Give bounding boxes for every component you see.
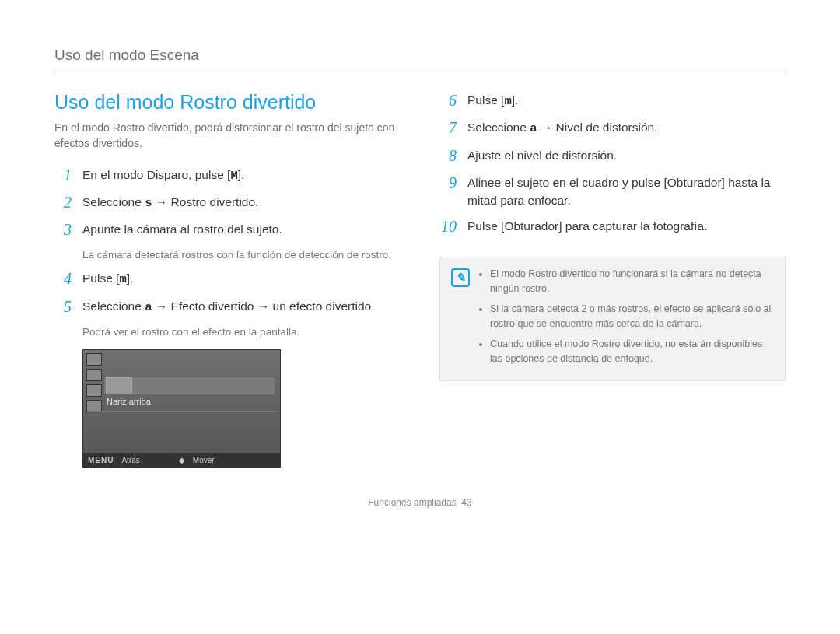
- breadcrumb: Uso del modo Escena: [54, 47, 786, 72]
- screen-side-icons: [86, 353, 102, 412]
- step-1: 1 En el modo Disparo, pulse [M].: [54, 166, 401, 185]
- step-body: Ajuste el nivel de distorsión.: [467, 146, 786, 166]
- step-number: 2: [54, 193, 72, 212]
- note-list: El modo Rostro divertido no funcionará s…: [479, 267, 774, 371]
- step-text: En el modo Disparo, pulse [: [82, 168, 230, 181]
- step-5: 5 Seleccione a → Efecto divertido → un e…: [54, 297, 401, 317]
- mode-icon: M: [230, 167, 237, 185]
- face-mode-icon: [86, 353, 102, 366]
- step-4: 4 Pulse [m].: [54, 269, 401, 289]
- page-footer: Funciones ampliadas 43: [54, 497, 786, 508]
- effect-thumb: [106, 377, 132, 394]
- step-number: 7: [439, 118, 457, 138]
- step-number: 4: [54, 269, 72, 289]
- step-number: 9: [439, 173, 457, 210]
- step-body: Pulse [Obturador] para capturar la fotog…: [467, 217, 786, 236]
- step-7: 7 Seleccione a → Nivel de distorsión.: [439, 118, 786, 138]
- menu-icon: m: [119, 271, 126, 289]
- step-number: 8: [439, 146, 457, 166]
- step-text: Seleccione: [467, 121, 530, 134]
- step-text: Seleccione: [82, 299, 145, 313]
- step-body: Seleccione s → Rostro divertido.: [82, 193, 401, 212]
- step-text-after: ].: [127, 271, 134, 285]
- step-number: 5: [54, 297, 72, 317]
- step-body: Seleccione a → Efecto divertido → un efe…: [82, 297, 401, 317]
- step-text: Seleccione: [82, 195, 145, 208]
- left-step-list: 1 En el modo Disparo, pulse [M]. 2 Selec…: [54, 166, 401, 240]
- step-3: 3 Apunte la cámara al rostro del sujeto.: [54, 220, 401, 240]
- step-text-after: → Efecto divertido → un efecto divertido…: [152, 299, 374, 313]
- step-8: 8 Ajuste el nivel de distorsión.: [439, 146, 786, 166]
- step-number: 6: [439, 91, 457, 110]
- step-number: 1: [54, 166, 72, 185]
- intro-text: En el modo Rostro divertido, podrá disto…: [54, 120, 401, 152]
- move-label: Mover: [193, 456, 215, 464]
- left-step-list-cont: 4 Pulse [m]. 5 Seleccione a → Efecto div…: [54, 269, 401, 317]
- step-number: 3: [54, 220, 72, 240]
- effect-set-icon: [86, 369, 102, 381]
- step-body: En el modo Disparo, pulse [M].: [82, 166, 401, 185]
- note-box: ✎ El modo Rostro divertido no funcionará…: [439, 257, 786, 381]
- step-3-note: La cámara detectará rostros con la funci…: [82, 247, 401, 263]
- step-body: Seleccione a → Nivel de distorsión.: [467, 118, 786, 138]
- right-column: 6 Pulse [m]. 7 Seleccione a → Nivel de d…: [439, 91, 786, 468]
- step-body: Pulse [m].: [82, 269, 401, 289]
- right-step-list: 6 Pulse [m]. 7 Seleccione a → Nivel de d…: [439, 91, 786, 236]
- footer-page-number: 43: [461, 497, 471, 508]
- effect-thumb-row: [103, 377, 275, 395]
- step-2: 2 Seleccione s → Rostro divertido.: [54, 193, 401, 212]
- step-5-note: Podrá ver el rostro con el efecto en la …: [82, 324, 401, 340]
- screen-bottom-bar: MENU Atrás ◆ Mover: [83, 453, 280, 467]
- menu-label: MENU: [88, 456, 114, 464]
- effect-label: Nariz arriba: [107, 397, 151, 406]
- diamond-icon: ◆: [179, 456, 185, 464]
- step-10: 10 Pulse [Obturador] para capturar la fo…: [439, 217, 786, 236]
- step-body: Apunte la cámara al rostro del sujeto.: [82, 220, 401, 240]
- step-text-after: → Rostro divertido.: [152, 195, 258, 208]
- step-9: 9 Alinee el sujeto en el cuadro y pulse …: [439, 173, 786, 210]
- note-item: Cuando utilice el modo Rostro divertido,…: [490, 337, 774, 367]
- footer-section: Funciones ampliadas: [368, 497, 456, 508]
- step-number: 10: [439, 217, 457, 236]
- menu-icon: m: [504, 93, 511, 110]
- step-6: 6 Pulse [m].: [439, 91, 786, 110]
- section-title: Uso del modo Rostro divertido: [54, 91, 401, 114]
- step-text: Pulse [: [82, 271, 119, 285]
- content-columns: Uso del modo Rostro divertido En el modo…: [54, 91, 786, 468]
- note-item: El modo Rostro divertido no funcionará s…: [490, 267, 774, 297]
- step-text: Pulse [: [467, 93, 504, 107]
- note-item: Si la cámara detecta 2 o más rostros, el…: [490, 302, 774, 332]
- step-text-after: ].: [512, 93, 519, 107]
- left-column: Uso del modo Rostro divertido En el modo…: [54, 91, 401, 468]
- step-text-after: ].: [238, 168, 245, 181]
- step-body: Pulse [m].: [467, 91, 786, 110]
- back-label: Atrás: [121, 456, 139, 464]
- note-icon: ✎: [451, 268, 470, 287]
- step-body: Alinee el sujeto en el cuadro y pulse [O…: [467, 173, 786, 210]
- camera-screen-mock: Nariz arriba MENU Atrás ◆ Mover: [82, 349, 281, 468]
- step-text-after: → Nivel de distorsión.: [537, 121, 657, 134]
- screen-divider: [88, 411, 275, 412]
- size-icon: [86, 384, 102, 397]
